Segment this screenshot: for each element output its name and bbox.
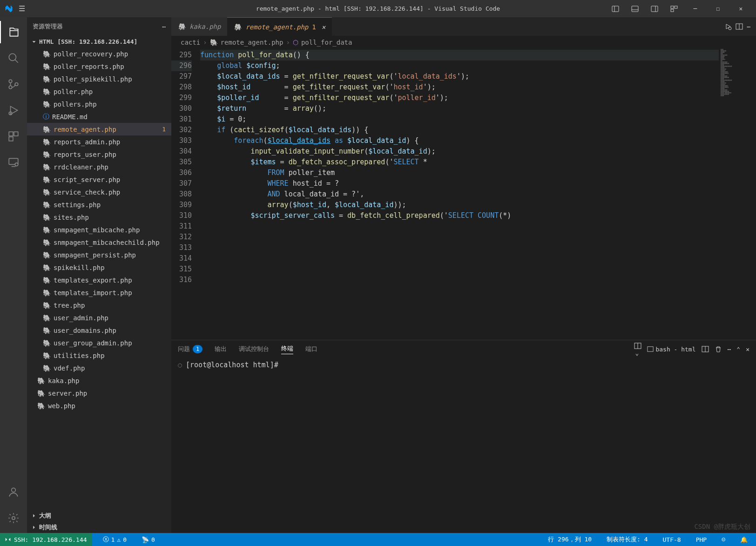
status-ssh[interactable]: SSH: 192.168.226.144	[0, 533, 92, 546]
minimap[interactable]: ████████████████████████████████████████…	[719, 49, 756, 340]
file-item[interactable]: 🐘user_group_admin.php	[27, 337, 171, 349]
svg-rect-8	[671, 9, 674, 12]
tab-remote-agent[interactable]: 🐘remote_agent.php1✕	[227, 17, 332, 36]
sidebar-folder-header[interactable]: HTML [SSH: 192.168.226.144]	[27, 36, 171, 47]
status-feedback[interactable]: ☺	[718, 536, 729, 543]
editor-tabs: 🐘kaka.php 🐘remote_agent.php1✕ ⋯	[171, 17, 756, 36]
maximize-button[interactable]: ☐	[708, 0, 729, 17]
trash-icon[interactable]	[715, 345, 722, 353]
file-item[interactable]: 🐘reports_user.php	[27, 148, 171, 161]
panel-output[interactable]: 输出	[215, 345, 227, 353]
panel-problems[interactable]: 问题1	[178, 345, 202, 353]
file-item[interactable]: 🐘templates_export.php	[27, 274, 171, 286]
file-item[interactable]: 🐘spikekill.php	[27, 261, 171, 274]
file-item[interactable]: 🐘pollers.php	[27, 98, 171, 110]
file-item[interactable]: 🐘poller.php	[27, 85, 171, 98]
status-tabsize[interactable]: 制表符长度: 4	[603, 535, 651, 544]
file-item[interactable]: 🐘poller_reports.php	[27, 60, 171, 73]
editor-area: 🐘kaka.php 🐘remote_agent.php1✕ ⋯ cacti› 🐘…	[171, 17, 756, 533]
tab-kaka[interactable]: 🐘kaka.php	[171, 17, 227, 36]
status-encoding[interactable]: UTF-8	[659, 536, 685, 543]
panel-ports[interactable]: 端口	[305, 345, 317, 353]
layout-bottom-icon[interactable]	[626, 0, 644, 17]
vscode-logo-icon	[5, 5, 13, 13]
layout-panel-icon[interactable]	[607, 0, 624, 17]
outline-section[interactable]: 大纲	[27, 510, 171, 521]
svg-rect-4	[651, 6, 658, 12]
settings-icon[interactable]	[0, 507, 27, 529]
explorer-icon[interactable]	[0, 21, 27, 43]
file-item[interactable]: 🐘settings.php	[27, 198, 171, 211]
file-item[interactable]: 🐘remote_agent.php1	[27, 123, 171, 135]
sidebar: 资源管理器 ⋯ HTML [SSH: 192.168.226.144] 🐘pol…	[27, 17, 171, 533]
search-icon[interactable]	[0, 47, 27, 69]
svg-point-13	[15, 83, 18, 86]
status-problems[interactable]: ⓧ1⚠0	[99, 535, 130, 544]
panel-debug[interactable]: 调试控制台	[239, 345, 269, 353]
breadcrumb[interactable]: cacti› 🐘remote_agent.php› ⬡poll_for_data	[171, 36, 756, 49]
new-terminal-icon[interactable]	[702, 345, 709, 353]
close-panel-icon[interactable]: ✕	[746, 346, 749, 353]
timeline-section[interactable]: 时间线	[27, 521, 171, 533]
terminal[interactable]: ○[root@localhost html]#	[171, 358, 756, 533]
file-item[interactable]: 🐘sites.php	[27, 211, 171, 223]
close-icon[interactable]: ✕	[322, 23, 325, 31]
file-item[interactable]: 🐘tree.php	[27, 299, 171, 311]
svg-rect-2	[632, 6, 638, 12]
file-item[interactable]: 🐘reports_admin.php	[27, 135, 171, 148]
file-item[interactable]: 🐘script_server.php	[27, 173, 171, 186]
file-item[interactable]: 🐘snmpagent_persist.php	[27, 249, 171, 261]
svg-rect-6	[671, 6, 674, 8]
svg-rect-16	[14, 132, 18, 136]
split-editor-icon[interactable]	[736, 23, 743, 30]
file-item[interactable]: 🐘snmpagent_mibcachechild.php	[27, 236, 171, 249]
split-terminal-icon[interactable]: ⌄	[634, 342, 641, 357]
maximize-panel-icon[interactable]: ⌃	[736, 346, 740, 353]
file-item[interactable]: 🐘templates_import.php	[27, 286, 171, 299]
file-item[interactable]: 🐘user_admin.php	[27, 311, 171, 324]
svg-point-21	[12, 488, 16, 492]
debug-icon[interactable]	[0, 99, 27, 121]
sidebar-title: 资源管理器 ⋯	[27, 17, 171, 36]
close-button[interactable]: ✕	[730, 0, 751, 17]
menu-icon[interactable]: ☰	[19, 4, 25, 13]
layout-grid-icon[interactable]	[665, 0, 683, 17]
file-item[interactable]: 🐘web.php	[27, 399, 171, 412]
layout-right-icon[interactable]	[646, 0, 663, 17]
svg-point-22	[12, 517, 15, 520]
file-item[interactable]: 🐘kaka.php	[27, 374, 171, 387]
status-bell[interactable]: 🔔	[736, 536, 751, 543]
file-item[interactable]: 🐘poller_spikekill.php	[27, 73, 171, 85]
file-tree[interactable]: 🐘poller_recovery.php🐘poller_reports.php🐘…	[27, 47, 171, 510]
extensions-icon[interactable]	[0, 125, 27, 148]
account-icon[interactable]	[0, 481, 27, 503]
panel-terminal[interactable]: 终端	[281, 344, 293, 354]
svg-rect-15	[9, 132, 13, 136]
terminal-profile[interactable]: bash - html	[647, 346, 695, 353]
run-code-icon[interactable]	[724, 23, 732, 30]
statusbar: SSH: 192.168.226.144 ⓧ1⚠0 📡0 行 296，列 10 …	[0, 533, 756, 546]
svg-point-20	[15, 163, 18, 166]
svg-point-9	[9, 54, 16, 61]
window-title: remote_agent.php - html [SSH: 192.168.22…	[256, 5, 500, 12]
status-ports[interactable]: 📡0	[138, 536, 159, 543]
remote-explorer-icon[interactable]	[0, 151, 27, 174]
scm-icon[interactable]	[0, 73, 27, 95]
file-item[interactable]: ⓘREADME.md	[27, 110, 171, 123]
sidebar-more-icon[interactable]: ⋯	[162, 23, 166, 30]
file-item[interactable]: 🐘service_check.php	[27, 186, 171, 198]
file-item[interactable]: 🐘poller_recovery.php	[27, 47, 171, 60]
editor[interactable]: 2952962972982993003013023033043053063073…	[171, 49, 756, 340]
file-item[interactable]: 🐘snmpagent_mibcache.php	[27, 223, 171, 236]
file-item[interactable]: 🐘user_domains.php	[27, 324, 171, 337]
panel-more-icon[interactable]: ⋯	[728, 346, 731, 353]
file-item[interactable]: 🐘server.php	[27, 387, 171, 399]
file-item[interactable]: 🐘utilities.php	[27, 349, 171, 362]
minimize-button[interactable]: ─	[685, 0, 706, 17]
file-item[interactable]: 🐘rrdcleaner.php	[27, 161, 171, 173]
tab-more-icon[interactable]: ⋯	[747, 23, 750, 30]
file-item[interactable]: 🐘vdef.php	[27, 362, 171, 374]
svg-rect-17	[9, 137, 13, 141]
status-cursor[interactable]: 行 296，列 10	[544, 535, 595, 544]
status-lang[interactable]: PHP	[692, 536, 710, 543]
